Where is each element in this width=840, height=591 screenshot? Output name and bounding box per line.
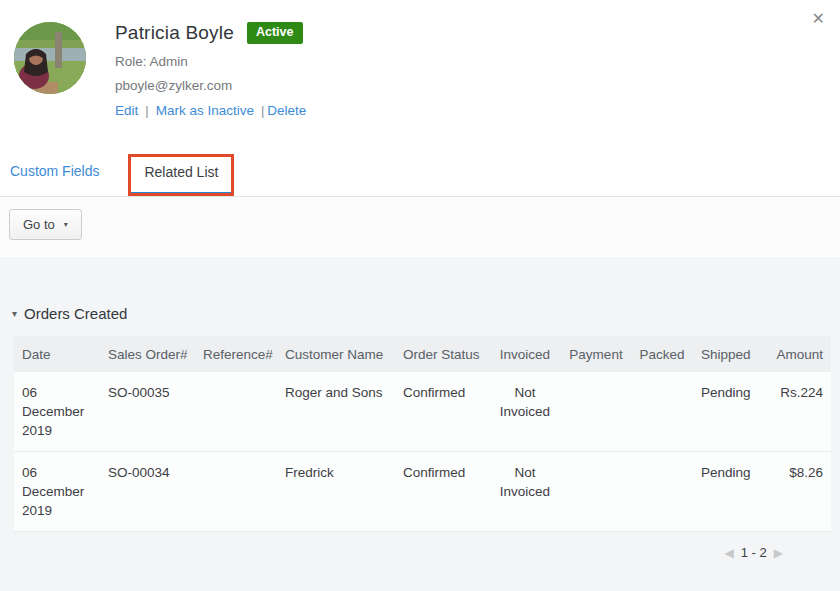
profile-actions: Edit | Mark as Inactive | Delete [115, 103, 840, 118]
chevron-down-icon: ▾ [64, 220, 68, 229]
table-row: 06 December 2019 SO-00035 Roger and Sons… [14, 372, 831, 452]
cell-packed [631, 452, 693, 532]
tab-bar: Custom Fields Related List [0, 140, 840, 197]
status-badge: Active [247, 22, 303, 44]
collapse-caret-icon: ▾ [12, 308, 17, 319]
section-title: Orders Created [24, 305, 127, 322]
profile-header: ✕ Patricia Boyle Active Role: Admin pboy… [0, 0, 840, 140]
edit-link[interactable]: Edit [115, 103, 138, 118]
col-header-payment: Payment [561, 336, 631, 372]
mark-inactive-link[interactable]: Mark as Inactive [156, 103, 254, 118]
user-role: Role: Admin [115, 54, 840, 69]
col-header-sales-order: Sales Order# [100, 336, 195, 372]
cell-date: 06 December 2019 [14, 372, 100, 452]
avatar [14, 22, 86, 94]
tab-custom-fields[interactable]: Custom Fields [8, 163, 109, 196]
tab-related-list[interactable]: Related List [128, 154, 234, 196]
cell-reference [195, 452, 277, 532]
table-row: 06 December 2019 SO-00034 Fredrick Confi… [14, 452, 831, 532]
pagination-range: 1 - 2 [741, 545, 767, 560]
avatar-image [14, 22, 86, 94]
cell-order-status-link[interactable]: Confirmed [395, 372, 489, 452]
col-header-shipped: Shipped [693, 336, 759, 372]
cell-shipped: Pending [693, 452, 759, 532]
col-header-date: Date [14, 336, 100, 372]
cell-reference [195, 372, 277, 452]
pagination: ◀ 1 - 2 ▶ [0, 532, 840, 560]
user-name: Patricia Boyle [115, 22, 234, 44]
goto-toolbar: Go to ▾ [0, 197, 840, 257]
cell-date: 06 December 2019 [14, 452, 100, 532]
cell-customer-name: Roger and Sons [277, 372, 395, 452]
col-header-reference: Reference# [195, 336, 277, 372]
separator: | [145, 103, 148, 118]
tab-related-list-label: Related List [144, 164, 218, 180]
cell-payment [561, 372, 631, 452]
orders-table: Date Sales Order# Reference# Customer Na… [14, 336, 831, 532]
goto-button-label: Go to [23, 217, 55, 232]
close-icon[interactable]: ✕ [812, 11, 825, 27]
cell-order-status-link[interactable]: Confirmed [395, 452, 489, 532]
cell-shipped: Pending [693, 372, 759, 452]
cell-amount: Rs.224 [759, 372, 831, 452]
cell-invoiced: Not Invoiced [489, 372, 561, 452]
orders-created-toggle[interactable]: ▾ Orders Created [0, 257, 127, 322]
cell-sales-order: SO-00035 [100, 372, 195, 452]
user-email: pboyle@zylker.com [115, 78, 840, 93]
cell-amount: $8.26 [759, 452, 831, 532]
col-header-amount: Amount [759, 336, 831, 372]
cell-customer-name: Fredrick [277, 452, 395, 532]
col-header-order-status: Order Status [395, 336, 489, 372]
col-header-invoiced: Invoiced [489, 336, 561, 372]
prev-page-icon[interactable]: ◀ [725, 547, 734, 559]
cell-sales-order: SO-00034 [100, 452, 195, 532]
goto-button[interactable]: Go to ▾ [9, 209, 82, 240]
table-header-row: Date Sales Order# Reference# Customer Na… [14, 336, 831, 372]
related-list-section: ▾ Orders Created Date Sales Order# Refer… [0, 257, 840, 591]
col-header-packed: Packed [631, 336, 693, 372]
next-page-icon[interactable]: ▶ [774, 547, 783, 559]
cell-invoiced: Not Invoiced [489, 452, 561, 532]
cell-packed [631, 372, 693, 452]
delete-link[interactable]: Delete [267, 103, 306, 118]
cell-payment [561, 452, 631, 532]
col-header-customer-name: Customer Name [277, 336, 395, 372]
separator: | [261, 103, 264, 118]
